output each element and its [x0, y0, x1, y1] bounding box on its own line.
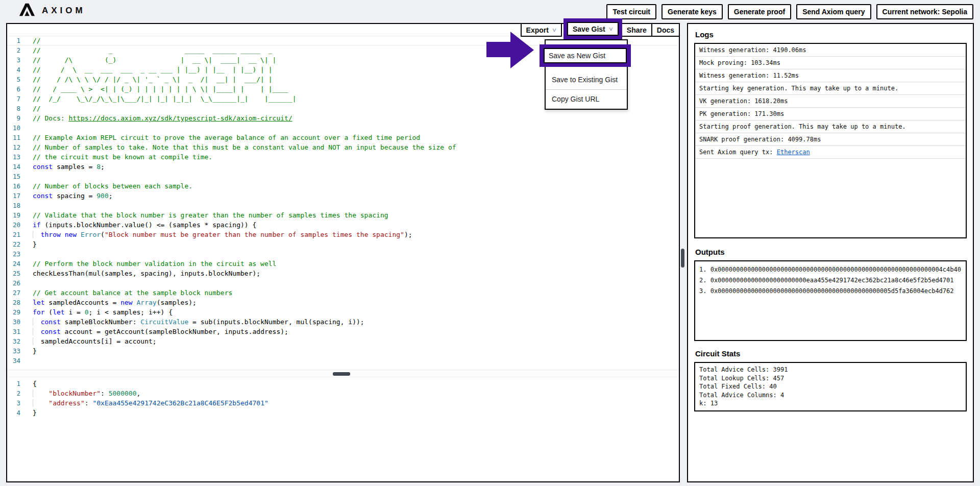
- code-line: 26: [7, 278, 678, 288]
- line-number: 5: [7, 75, 20, 84]
- share-button[interactable]: Share: [621, 23, 652, 37]
- output-value: 3. 0x00000000000000000000000000000000000…: [699, 286, 962, 297]
- log-entry: Starting key generation. This may take u…: [695, 82, 966, 95]
- output-value: 2. 0x000000000000000000000000eaa455e4291…: [699, 275, 962, 286]
- editor-pane: Export ∨ Save Gist ∨ Share Docs Save as …: [6, 23, 680, 482]
- code-line: 32 sampledAccounts[i] = account;: [7, 336, 678, 346]
- line-number: 10: [7, 123, 20, 133]
- docs-button[interactable]: Docs: [651, 23, 680, 37]
- code-line: 27// Get account balance at the sample b…: [7, 288, 678, 298]
- chevron-down-icon: ∨: [608, 26, 614, 32]
- annotation-arrow-icon: [485, 31, 536, 70]
- logs-title: Logs: [695, 30, 967, 39]
- line-number: 30: [7, 317, 20, 327]
- code-line: 34: [7, 356, 678, 366]
- menu-item-copy-gist-url[interactable]: Copy Gist URL: [546, 89, 627, 109]
- circuit-stat: Total Advice Columns: 4: [699, 391, 962, 400]
- annotation-highlight-save-gist: Save Gist ∨: [564, 18, 622, 39]
- vertical-drag-handle[interactable]: [681, 249, 684, 268]
- code-line: 18: [7, 201, 678, 210]
- line-number: 4: [7, 408, 20, 418]
- current-network-button[interactable]: Current network: Sepolia: [876, 4, 973, 19]
- etherscan-link[interactable]: Etherscan: [777, 149, 810, 156]
- circuit-stats-box: Total Advice Cells: 3991Total Lookup Cel…: [694, 362, 967, 411]
- line-number: 24: [7, 259, 20, 269]
- circuit-stat: Total Fixed Cells: 40: [699, 382, 962, 391]
- line-number: 32: [7, 336, 20, 346]
- line-number: 11: [7, 133, 20, 142]
- log-entry: Witness generation: 4190.06ms: [695, 44, 966, 57]
- line-number: 18: [7, 201, 20, 210]
- line-number: 27: [7, 288, 20, 298]
- menu-item-save-to-existing-gist[interactable]: Save to Existing Gist: [546, 70, 627, 89]
- logs-box: Witness generation: 4190.06msMock provin…: [694, 43, 967, 238]
- code-line: 2 "blockNumber": 5000000,: [7, 388, 678, 398]
- code-line: 24// Perform the block number validation…: [7, 259, 678, 269]
- code-line: 10: [7, 123, 678, 133]
- line-number: 14: [7, 162, 20, 172]
- log-entry: PK generation: 171.30ms: [695, 108, 966, 120]
- code-line: 21 throw new Error("Block number must be…: [7, 230, 678, 239]
- generate-proof-button[interactable]: Generate proof: [728, 4, 791, 19]
- axiom-logo: AXIOM: [18, 2, 86, 19]
- editor-toolbar: Export ∨ Save Gist ∨ Share Docs: [522, 23, 680, 39]
- output-value: 1. 0x00000000000000000000000000000000000…: [699, 264, 962, 275]
- line-number: 17: [7, 191, 20, 201]
- code-line: 33}: [7, 346, 678, 356]
- line-number: 29: [7, 307, 20, 317]
- generate-keys-button[interactable]: Generate keys: [662, 4, 723, 19]
- line-number: 34: [7, 356, 20, 366]
- line-number: 19: [7, 210, 20, 220]
- circuit-stat: k: 13: [699, 399, 962, 408]
- share-label: Share: [627, 26, 647, 34]
- send-axiom-query-button[interactable]: Send Axiom query: [796, 4, 871, 19]
- results-panel: Logs Witness generation: 4190.06msMock p…: [687, 23, 974, 482]
- menu-item-save-as-new-gist[interactable]: Save as New Gist: [544, 48, 627, 63]
- log-entry: Sent Axiom query tx: Etherscan: [695, 146, 966, 159]
- log-entry: Witness generation: 11.52ms: [695, 69, 966, 82]
- line-number: 1: [7, 379, 20, 388]
- code-line: 9// Docs: https://docs.axiom.xyz/sdk/typ…: [7, 113, 678, 123]
- line-number: 16: [7, 181, 20, 191]
- line-number: 23: [7, 249, 20, 259]
- line-number: 22: [7, 239, 20, 249]
- code-line: 4}: [7, 408, 678, 418]
- line-number: 4: [7, 65, 20, 75]
- line-number: 7: [7, 94, 20, 104]
- line-number: 1: [7, 36, 20, 45]
- outputs-title: Outputs: [695, 248, 967, 256]
- horizontal-drag-handle[interactable]: [333, 372, 350, 376]
- circuit-stat: Total Advice Cells: 3991: [699, 366, 962, 374]
- line-number: 2: [7, 45, 20, 55]
- line-number: 2: [7, 388, 20, 398]
- log-entry: Starting proof generation. This may take…: [695, 120, 966, 133]
- app-header: AXIOM Test circuit Generate keys Generat…: [0, 0, 980, 21]
- line-number: 12: [7, 142, 20, 152]
- code-line: 28let sampledAccounts = new Array(sample…: [7, 298, 678, 307]
- header-buttons: Test circuit Generate keys Generate proo…: [606, 4, 973, 19]
- circuit-stats-title: Circuit Stats: [695, 349, 967, 358]
- log-entry: SNARK proof generation: 4099.78ms: [695, 133, 966, 146]
- line-number: 15: [7, 172, 20, 181]
- line-number: 3: [7, 55, 20, 65]
- log-entry: Mock proving: 103.34ms: [695, 57, 966, 69]
- line-number: 13: [7, 152, 20, 162]
- test-circuit-button[interactable]: Test circuit: [606, 4, 656, 19]
- code-line: 20if (inputs.blockNumber.value() <= (sam…: [7, 220, 678, 230]
- editor-split-divider[interactable]: [7, 370, 679, 377]
- save-gist-button[interactable]: Save Gist ∨: [567, 22, 619, 36]
- code-line: 31 const account = getAccount(sampleBloc…: [7, 327, 678, 336]
- code-line: 3 "address": "0xEaa455e4291742eC362Bc21a…: [7, 398, 678, 408]
- line-number: 6: [7, 84, 20, 94]
- line-number: 9: [7, 113, 20, 123]
- outputs-box: 1. 0x00000000000000000000000000000000000…: [694, 260, 967, 341]
- axiom-logo-icon: [18, 2, 36, 19]
- log-entry: VK generation: 1618.20ms: [695, 95, 966, 108]
- line-number: 28: [7, 298, 20, 307]
- code-line: 22}: [7, 239, 678, 249]
- logo-text: AXIOM: [42, 6, 86, 16]
- docs-label: Docs: [657, 26, 674, 34]
- circuit-inputs-json-editor[interactable]: 1{2 "blockNumber": 5000000,3 "address": …: [7, 379, 678, 418]
- line-number: 25: [7, 269, 20, 278]
- save-gist-dropdown-menu: Save as New Gist Save to Existing Gist C…: [545, 39, 628, 110]
